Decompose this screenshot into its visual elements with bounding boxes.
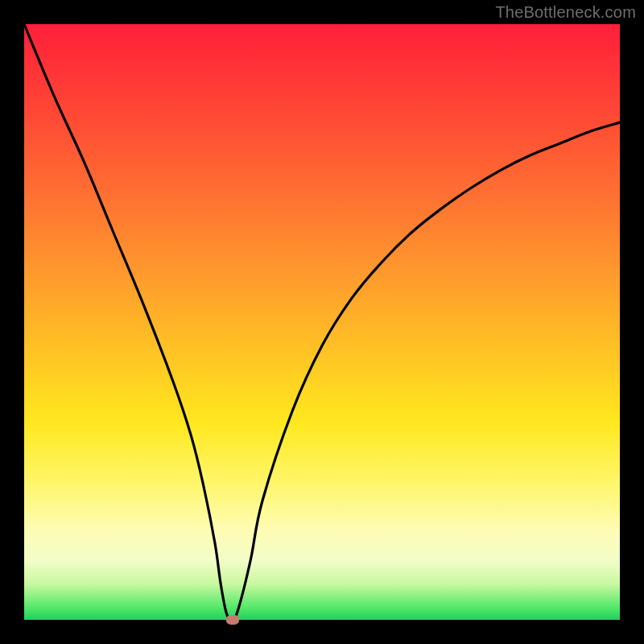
bottleneck-curve xyxy=(24,24,620,621)
minimum-marker xyxy=(226,615,239,625)
curve-layer xyxy=(0,0,644,644)
chart-frame: TheBottleneck.com xyxy=(0,0,644,644)
